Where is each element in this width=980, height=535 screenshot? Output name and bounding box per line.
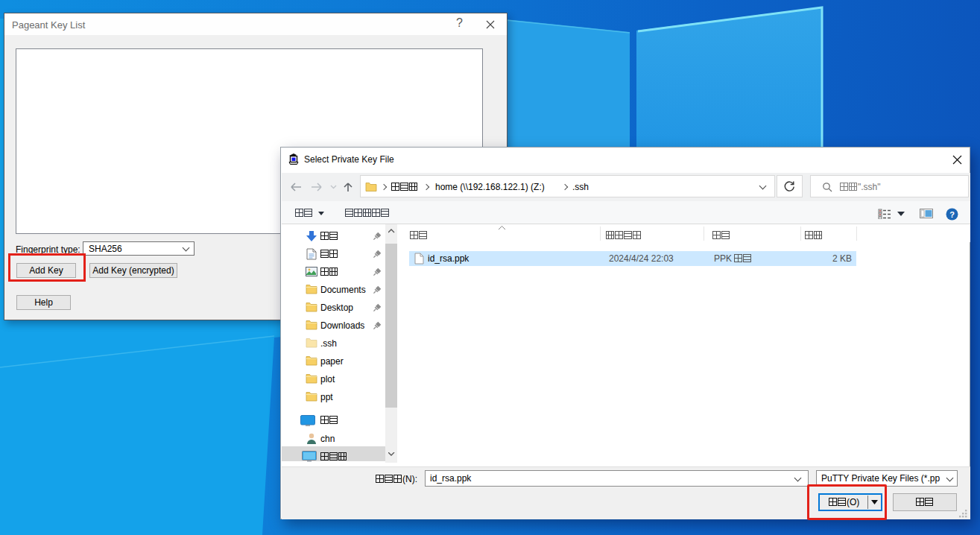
svg-text:?: ?: [949, 210, 955, 219]
